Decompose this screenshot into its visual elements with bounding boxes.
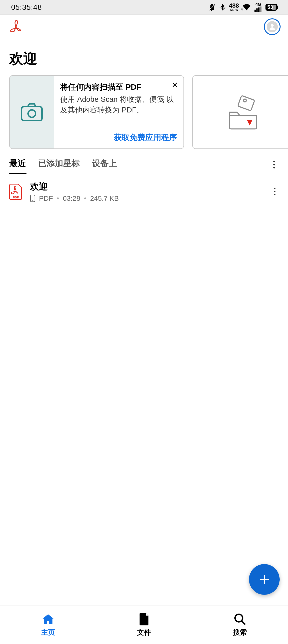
nav-files[interactable]: 文件 (96, 606, 192, 644)
app-header (0, 15, 288, 39)
file-item[interactable]: PDF 欢迎 PDF • 03:28 • 245.7 KB (0, 174, 288, 209)
file-icon (137, 612, 151, 626)
avatar-icon (267, 21, 278, 32)
plus-icon (258, 574, 270, 585)
bluetooth-icon (219, 3, 226, 11)
nav-label: 文件 (137, 628, 151, 637)
data-rate: 488 KB/S (229, 3, 239, 11)
promo-cards[interactable]: 将任何内容扫描至 PDF 使用 Adobe Scan 将收据、便笺 以及其他内容… (0, 75, 288, 149)
promo-card-icon-pane (10, 76, 54, 148)
tab-on-device[interactable]: 设备上 (92, 158, 117, 174)
fab-add-button[interactable] (249, 564, 280, 595)
mute-icon (208, 3, 216, 11)
battery-percent: 53 (267, 4, 273, 10)
svg-rect-7 (22, 107, 42, 120)
close-icon[interactable] (171, 81, 179, 90)
status-bar: 05:35:48 488 KB/S 4 4G 53 (0, 0, 288, 15)
promo-action-link[interactable]: 获取免费应用程序 (114, 126, 177, 143)
promo-desc: 使用 Adobe Scan 将收据、便笺 以及其他内容转换为 PDF。 (60, 94, 177, 116)
tabs-overflow-button[interactable] (270, 158, 279, 171)
page-title: 欢迎 (0, 39, 288, 75)
svg-text:PDF: PDF (13, 196, 18, 199)
promo-card-scan[interactable]: 将任何内容扫描至 PDF 使用 Adobe Scan 将收据、便笺 以及其他内容… (9, 75, 184, 149)
wifi-sub: 4 (241, 8, 243, 11)
promo-card-next[interactable] (192, 75, 288, 149)
nav-label: 搜索 (233, 628, 247, 637)
svg-point-0 (220, 7, 220, 8)
svg-rect-4 (258, 8, 260, 12)
folder-image-icon (226, 95, 261, 130)
camera-icon (20, 103, 44, 122)
svg-rect-3 (256, 8, 258, 12)
nav-label: 主页 (41, 628, 55, 637)
status-time: 05:35:48 (11, 3, 42, 12)
file-info: 欢迎 PDF • 03:28 • 245.7 KB (30, 181, 263, 202)
file-size: 245.7 KB (90, 194, 119, 202)
svg-rect-5 (260, 6, 262, 12)
tab-recent[interactable]: 最近 (9, 158, 26, 174)
net-type: 4G (256, 3, 261, 6)
bottom-nav: 主页 文件 搜索 (0, 605, 288, 644)
cellular-icon: 4G (254, 3, 262, 12)
data-rate-num: 488 (229, 3, 239, 8)
file-name: 欢迎 (30, 181, 263, 192)
file-overflow-button[interactable] (270, 186, 279, 198)
status-indicators: 488 KB/S 4 4G 53 (208, 3, 278, 12)
more-vert-icon (274, 188, 276, 196)
svg-rect-9 (238, 96, 255, 111)
svg-point-13 (32, 200, 33, 201)
nav-search[interactable]: 搜索 (192, 606, 288, 644)
svg-rect-2 (254, 10, 256, 12)
home-icon (41, 612, 55, 626)
svg-point-6 (271, 24, 274, 27)
tab-starred[interactable]: 已添加星标 (38, 158, 80, 174)
search-icon (233, 612, 247, 626)
pdf-file-icon: PDF (9, 184, 22, 200)
wifi-icon: 4 (242, 4, 251, 11)
device-icon (30, 195, 35, 202)
acrobat-logo-icon (9, 19, 21, 34)
nav-home[interactable]: 主页 (0, 606, 96, 644)
svg-point-8 (28, 110, 36, 117)
promo-title: 将任何内容扫描至 PDF (60, 82, 177, 92)
tabs-row: 最近 已添加星标 设备上 (0, 149, 288, 174)
more-vert-icon (273, 161, 275, 168)
file-time: 03:28 (63, 194, 80, 202)
file-type: PDF (39, 194, 53, 202)
battery-icon: 53 (266, 4, 278, 11)
profile-button[interactable] (264, 18, 280, 35)
svg-point-1 (224, 7, 225, 8)
file-meta: PDF • 03:28 • 245.7 KB (30, 194, 263, 202)
data-rate-unit: KB/S (230, 8, 238, 12)
